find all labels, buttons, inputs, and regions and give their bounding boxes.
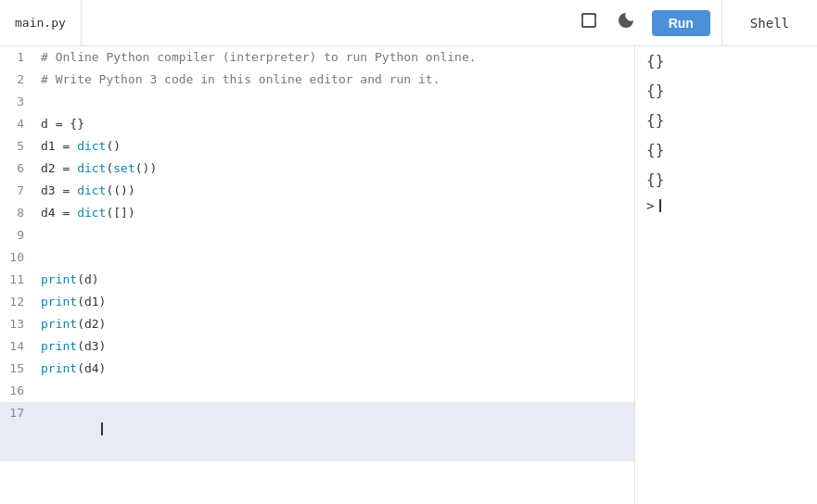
tab-main-py[interactable]: main.py (0, 0, 82, 45)
run-button[interactable]: Run (652, 10, 710, 36)
line-content: d4 = dict([]) (33, 202, 634, 224)
line-number: 14 (0, 335, 33, 358)
shell-brace-icon-3: {} (646, 109, 664, 132)
dark-mode-button[interactable] (611, 8, 641, 38)
shell-line-5: {} (635, 165, 817, 195)
content-area: 1 # Online Python compiler (interpreter)… (0, 46, 817, 504)
line-number: 11 (0, 269, 33, 291)
table-row: 13 print(d2) (0, 313, 634, 335)
table-row: 4 d = {} (0, 113, 634, 135)
table-row: 6 d2 = dict(set()) (0, 158, 634, 180)
tab-label: main.py (15, 16, 66, 30)
table-row: 1 # Online Python compiler (interpreter)… (0, 46, 634, 69)
table-row: 7 d3 = dict(()) (0, 180, 634, 202)
table-row: 9 (0, 224, 634, 246)
shell-brace-icon-1: {} (646, 50, 664, 72)
table-row: 11 print(d) (0, 269, 634, 291)
line-content (33, 380, 634, 384)
table-row: 8 d4 = dict([]) (0, 202, 634, 224)
line-content: print(d3) (33, 335, 634, 358)
svg-rect-0 (582, 14, 595, 27)
line-content (33, 91, 634, 94)
shell-brace-icon-2: {} (646, 80, 664, 102)
line-number: 13 (0, 313, 33, 335)
table-row: 17 (0, 402, 634, 461)
line-content: print(d4) (33, 358, 634, 380)
line-content: # Write Python 3 code in this online edi… (33, 69, 634, 91)
line-number: 8 (0, 202, 33, 224)
line-number: 16 (0, 380, 33, 402)
text-cursor (101, 422, 103, 435)
line-content (33, 246, 634, 250)
shell-line-3: {} (635, 106, 817, 135)
table-row: 5 d1 = dict() (0, 135, 634, 158)
header: main.py (0, 0, 817, 46)
line-number: 15 (0, 358, 33, 380)
table-row: 15 print(d4) (0, 358, 634, 380)
line-content (33, 224, 634, 228)
shell-tab-label: Shell (750, 16, 789, 31)
shell-prompt[interactable]: > (635, 195, 817, 217)
line-number: 1 (0, 46, 33, 69)
line-number: 6 (0, 158, 33, 180)
shell-cursor (659, 199, 661, 212)
line-number: 4 (0, 113, 33, 135)
line-number: 3 (0, 91, 33, 113)
shell-panel: {} {} {} {} {} > (635, 46, 817, 504)
line-content: # Online Python compiler (interpreter) t… (33, 46, 634, 69)
line-content: print(d1) (33, 291, 634, 313)
shell-line-1: {} (635, 46, 817, 76)
table-row: 12 print(d1) (0, 291, 634, 313)
line-content: print(d) (33, 269, 634, 291)
line-number: 10 (0, 246, 33, 269)
line-content: d3 = dict(()) (33, 180, 634, 202)
table-row: 16 (0, 380, 634, 402)
table-row: 3 (0, 91, 634, 113)
line-content: d2 = dict(set()) (33, 158, 634, 180)
fullscreen-icon (580, 11, 598, 34)
toolbar-icons (574, 8, 652, 38)
line-content[interactable] (33, 402, 634, 461)
table-row: 10 (0, 246, 634, 269)
line-number: 2 (0, 69, 33, 91)
shell-prompt-symbol: > (646, 198, 654, 213)
dark-mode-icon (617, 11, 635, 34)
line-number: 7 (0, 180, 33, 202)
line-number: 12 (0, 291, 33, 313)
line-number: 9 (0, 224, 33, 246)
shell-tab[interactable]: Shell (721, 0, 817, 45)
line-content: print(d2) (33, 313, 634, 335)
shell-line-2: {} (635, 76, 817, 106)
shell-line-4: {} (635, 135, 817, 165)
line-content: d = {} (33, 113, 634, 135)
code-editor[interactable]: 1 # Online Python compiler (interpreter)… (0, 46, 635, 504)
shell-brace-icon-5: {} (646, 169, 664, 191)
shell-brace-icon-4: {} (646, 139, 664, 161)
table-row: 2 # Write Python 3 code in this online e… (0, 69, 634, 91)
fullscreen-button[interactable] (574, 8, 604, 38)
table-row: 14 print(d3) (0, 335, 634, 358)
line-content: d1 = dict() (33, 135, 634, 158)
line-number: 5 (0, 135, 33, 158)
line-number: 17 (0, 402, 33, 424)
